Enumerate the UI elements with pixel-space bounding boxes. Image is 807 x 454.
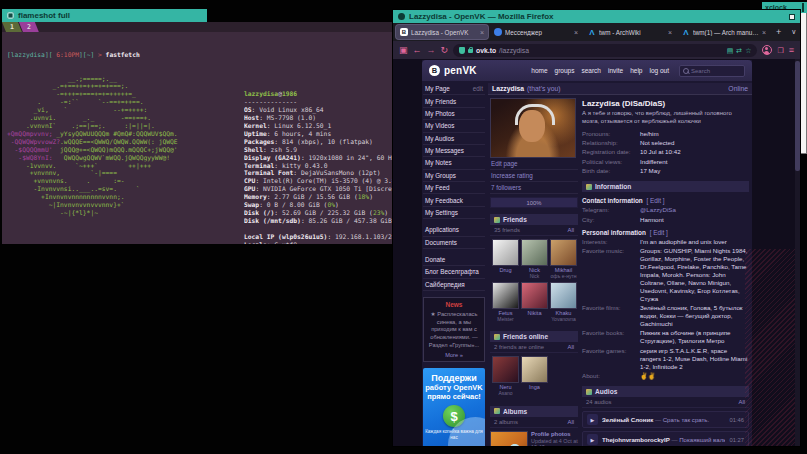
header-link-help[interactable]: help <box>630 67 642 74</box>
account-icon[interactable] <box>762 45 772 55</box>
tab-close-icon[interactable]: × <box>480 29 484 36</box>
friend-avatar[interactable] <box>521 356 548 383</box>
friend-item[interactable]: KhakuYovanovna <box>549 282 578 322</box>
albums-all-link[interactable]: All <box>567 419 574 425</box>
friend-item[interactable]: NickNick <box>520 239 549 279</box>
sidebar-item-сайберпедия[interactable]: Сайберпедия <box>423 279 485 291</box>
audio-title: Покаявший вальс | MMV <box>679 436 725 443</box>
album-item[interactable]: Profile photosUpdated at 4 Oct at 13:47 <box>490 431 578 446</box>
sidebar-item-documents[interactable]: Documents <box>423 237 485 249</box>
tab-list-dropdown[interactable]: ∨ <box>787 28 800 36</box>
openvk-logo-icon[interactable]: B <box>429 65 440 76</box>
profile-action-edit-page[interactable]: Edit page <box>490 158 578 170</box>
scrollbar-thumb[interactable] <box>795 61 800 171</box>
tab-close-icon[interactable]: × <box>574 29 578 36</box>
sidebar-item-my-feed[interactable]: My Feed <box>423 182 485 194</box>
terminal-body[interactable]: [lazzydisa][ 6:10PM][~] > fastfetch __.;… <box>2 32 392 244</box>
play-icon[interactable]: ▶ <box>587 434 598 445</box>
friends-online-all-link[interactable]: All <box>567 344 574 350</box>
url-bar[interactable]: ovk.to/lazzydisa ▤ ⇄ ☆ <box>453 44 757 57</box>
translate-icon[interactable]: ⇄ <box>736 47 742 54</box>
friend-avatar[interactable] <box>521 282 548 309</box>
header-link-invite[interactable]: invite <box>608 67 623 74</box>
friend-avatar[interactable] <box>492 282 519 309</box>
field-value[interactable]: @LazzyDiSa <box>640 206 749 214</box>
donate-banner[interactable]: Поддержи работу OpenVK прямо сейчас! $ К… <box>423 368 485 446</box>
friend-item[interactable]: NeruAsano <box>491 356 520 396</box>
friend-avatar[interactable] <box>492 239 519 266</box>
sidebar-item-applications[interactable]: Applications <box>423 224 485 236</box>
reader-mode-icon[interactable]: ▤ <box>727 47 734 54</box>
tab-close-icon[interactable]: × <box>668 29 672 36</box>
extensions-icon[interactable]: ❒ <box>777 47 783 54</box>
tracking-protection-shield-icon[interactable] <box>459 47 465 54</box>
news-more-link[interactable]: More » <box>426 352 482 358</box>
friend-name[interactable]: Drug <box>491 267 520 274</box>
friend-item[interactable]: Drug <box>491 239 520 279</box>
sidebar-item-my-page[interactable]: My Pageedit <box>423 83 485 95</box>
friend-avatar[interactable] <box>550 282 577 309</box>
new-tab-button[interactable]: + <box>772 27 785 37</box>
profile-action-7-followers[interactable]: 7 followers <box>490 182 578 194</box>
contact-edit-link[interactable]: [ Edit ] <box>647 197 665 204</box>
sidebar-item-my-photos[interactable]: My Photos <box>423 108 485 120</box>
profile-status[interactable]: А я тебе и говорю, что верблюд, лишённый… <box>582 110 749 126</box>
friend-avatar[interactable] <box>550 239 577 266</box>
forward-button[interactable]: → <box>427 46 436 55</box>
sidebar-item-my-feedback[interactable]: My Feedback <box>423 194 485 206</box>
firefox-tab-4[interactable]: Λtwm(1) — Arch manu…× <box>678 25 770 39</box>
sidebar-item-my-friends[interactable]: My Friends <box>423 95 485 107</box>
tab-close-icon[interactable]: × <box>762 29 766 36</box>
firefox-tab-2[interactable]: Мессенджер× <box>490 25 582 39</box>
header-link-home[interactable]: home <box>531 67 547 74</box>
firefox-tab-3[interactable]: Λtwm - ArchWiki× <box>584 25 676 39</box>
sidebar-item-my-notes[interactable]: My Notes <box>423 157 485 169</box>
friend-item[interactable]: FetusMeister <box>491 282 520 322</box>
sidebar-item-my-settings[interactable]: My Settings <box>423 207 485 219</box>
sidebar-item-my-videos[interactable]: My Videos <box>423 120 485 132</box>
header-link-groups[interactable]: groups <box>555 67 575 74</box>
profile-avatar[interactable] <box>490 98 576 158</box>
profile-action-increase-rating[interactable]: Increase rating <box>490 170 578 182</box>
friend-avatar[interactable] <box>521 239 548 266</box>
audio-row[interactable]: ▶Зелёный Слоник — Срать так срать.01:46 <box>582 411 749 428</box>
firefox-iconify-button[interactable] <box>789 14 795 20</box>
friends-all-link[interactable]: All <box>567 227 574 233</box>
friend-item[interactable]: Nikita <box>520 282 549 322</box>
terminal-titlebar[interactable]: flameshot full <box>2 9 207 22</box>
friend-item[interactable]: Inga <box>520 356 549 396</box>
bookmark-star-icon[interactable]: ☆ <box>745 47 751 54</box>
back-button[interactable]: ← <box>413 46 422 55</box>
firefox-view-icon[interactable]: ▣ <box>399 46 408 55</box>
page-scrollbar[interactable] <box>795 59 800 446</box>
firefox-titlebar[interactable]: Lazzydisa - OpenVK — Mozilla Firefox <box>393 10 800 23</box>
audios-subrow: 24 audios All <box>582 397 749 408</box>
friend-item[interactable]: Mikhailофъ е-нутн <box>549 239 578 279</box>
personal-edit-link[interactable]: [ Edit ] <box>650 229 668 236</box>
sidebar-item-блог-веселграфта[interactable]: Блог Веселграфта <box>423 266 485 278</box>
audios-all-link[interactable]: All <box>738 399 745 405</box>
header-link-search[interactable]: search <box>581 67 601 74</box>
audio-duration: 01:46 <box>729 417 744 423</box>
audio-row[interactable]: ▶ThejohnvramborockyIP — Покаявший вальс … <box>582 431 749 446</box>
sidebar-item-donate[interactable]: Donate <box>423 254 485 266</box>
terminal-tab-1[interactable]: 1 <box>2 22 22 32</box>
friend-name[interactable]: Inga <box>520 384 549 391</box>
sidebar-item-edit-link[interactable]: edit <box>473 85 483 92</box>
header-search-input[interactable]: Search <box>679 65 745 77</box>
openvk-logo-text[interactable]: penVK <box>444 65 477 76</box>
friend-avatar[interactable] <box>492 356 519 383</box>
play-icon[interactable]: ▶ <box>587 414 598 425</box>
field-row: City:Harmont <box>582 216 749 224</box>
header-link-log-out[interactable]: log out <box>649 67 669 74</box>
friend-name[interactable]: Nikita <box>520 310 549 317</box>
firefox-tab-1[interactable]: BLazzydisa - OpenVK× <box>396 25 488 39</box>
album-thumbnail[interactable] <box>490 431 528 446</box>
sidebar-item-my-messages[interactable]: My Messages <box>423 145 485 157</box>
menu-hamburger-icon[interactable]: ≡ <box>789 46 794 55</box>
sidebar-item-my-audios[interactable]: My Audios <box>423 133 485 145</box>
reload-button[interactable]: ↻ <box>441 46 449 55</box>
terminal-tab-2[interactable]: 2 <box>19 22 39 32</box>
sidebar-item-my-groups[interactable]: My Groups <box>423 170 485 182</box>
xclock-iconify-button[interactable] <box>802 3 804 12</box>
